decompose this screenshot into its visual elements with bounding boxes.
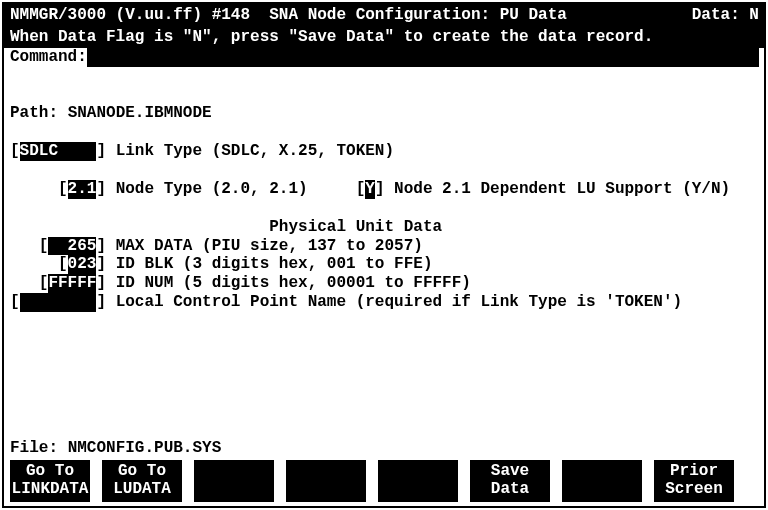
file-row: File: NMCONFIG.PUB.SYS [10,439,221,458]
dep-lu-input[interactable]: Y [365,180,375,199]
fkey-line2: LUDATA [102,481,182,499]
fkey-line1: Prior [654,463,734,481]
title-bar: NMMGR/3000 (V.uu.ff) #148 SNA Node Confi… [4,4,764,26]
app-title: NMMGR/3000 (V.uu.ff) #148 SNA Node Confi… [10,6,567,24]
id-blk-label: ID BLK (3 digits hex, 001 to FFE) [116,255,433,273]
hint-text: When Data Flag is "N", press "Save Data"… [10,28,653,46]
fkey-line2: Screen [654,481,734,499]
command-row: Command: [4,48,764,67]
id-num-label: ID NUM (5 digits hex, 00001 to FFFFF) [116,274,471,292]
fkey-blank [562,460,642,502]
id-num-input[interactable]: FFFFF [48,274,96,293]
lcpn-label: Local Control Point Name (required if Li… [116,293,683,311]
fkey-blank [194,460,274,502]
fkey-line1: Go To [10,463,90,481]
link-type-label: Link Type (SDLC, X.25, TOKEN) [116,142,394,160]
fkey-save-data[interactable]: Save Data [470,460,550,502]
node-type-label: Node Type (2.0, 2.1) [116,180,308,198]
data-flag-label: Data: [692,6,740,24]
file-value: NMCONFIG.PUB.SYS [68,439,222,457]
node-type-input[interactable]: 2.1 [68,180,97,199]
fkey-blank [286,460,366,502]
command-label: Command: [10,48,87,66]
file-label: File: [10,439,58,457]
body-area: Path: SNANODE.IBMNODE [SDLC ] Link Type … [4,67,764,331]
section-title: Physical Unit Data [269,218,442,236]
data-flag-value: N [749,6,759,24]
fkey-linkdata[interactable]: Go To LINKDATA [10,460,90,502]
fkey-line2: Data [470,481,550,499]
fkey-ludata[interactable]: Go To LUDATA [102,460,182,502]
link-type-input[interactable]: SDLC [20,142,97,161]
terminal-frame: NMMGR/3000 (V.uu.ff) #148 SNA Node Confi… [2,2,766,508]
max-data-label: MAX DATA (PIU size, 137 to 2057) [116,237,423,255]
fkey-blank [378,460,458,502]
fkey-line2: LINKDATA [10,481,90,499]
hint-bar: When Data Flag is "N", press "Save Data"… [4,26,764,48]
function-key-bar: Go To LINKDATA Go To LUDATA Save Data Pr… [4,458,764,506]
fkey-prior-screen[interactable]: Prior Screen [654,460,734,502]
fkey-line1: Save [470,463,550,481]
fkey-line1: Go To [102,463,182,481]
command-input[interactable] [87,48,759,67]
dep-lu-label: Node 2.1 Dependent LU Support (Y/N) [394,180,730,198]
path-label: Path: [10,104,58,122]
max-data-input[interactable]: 265 [48,237,96,256]
id-blk-input[interactable]: 023 [68,255,97,274]
lcpn-input[interactable] [20,293,97,312]
path-value: SNANODE.IBMNODE [68,104,212,122]
